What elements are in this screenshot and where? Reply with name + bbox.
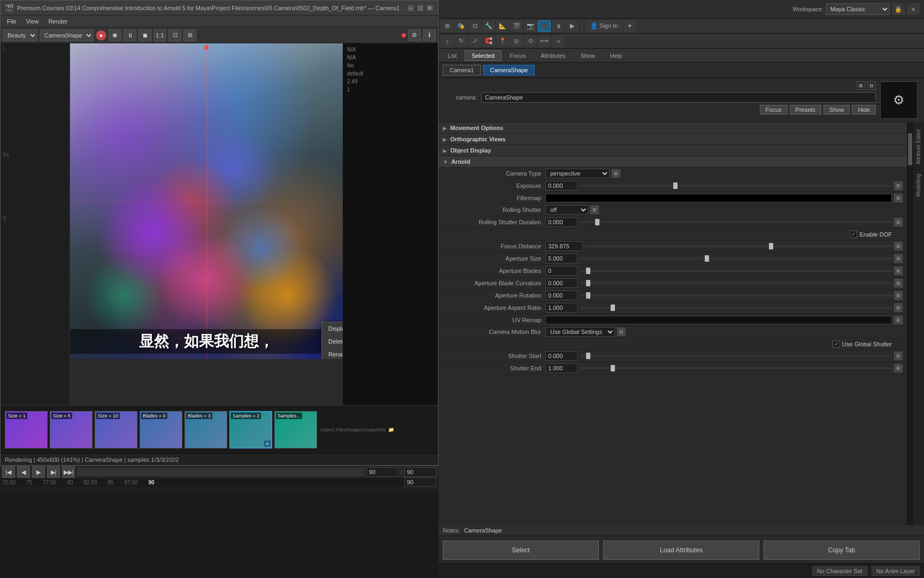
workspace-lock-btn[interactable]: 🔒: [892, 3, 905, 15]
maya-icon-2[interactable]: 🎭: [455, 20, 467, 32]
attr-scrollbar-track[interactable]: [907, 123, 912, 525]
icon-snap2[interactable]: 📍: [496, 35, 509, 47]
aperture-size-rand[interactable]: ⊞: [894, 254, 903, 263]
aperture-rotation-rand[interactable]: ⊞: [894, 291, 903, 300]
camera1-tab[interactable]: Camera1: [443, 65, 481, 75]
focus-distance-slider[interactable]: [585, 245, 892, 247]
select-button[interactable]: Select: [443, 541, 599, 560]
shutter-end-slider[interactable]: [580, 367, 892, 369]
camera-type-rand-btn[interactable]: ⊞: [612, 169, 620, 178]
shutter-end-input[interactable]: [545, 363, 578, 373]
icon-snap[interactable]: 🧲: [482, 35, 495, 47]
info-button[interactable]: ℹ: [423, 29, 436, 41]
tab-selected[interactable]: Selected: [465, 50, 502, 61]
show-btn[interactable]: Show: [823, 105, 850, 115]
context-delete-snapshot[interactable]: Delete Snapshot (Del): [322, 335, 343, 348]
aperture-rotation-input[interactable]: [545, 291, 578, 300]
exposure-slider[interactable]: [580, 185, 892, 187]
pause-button[interactable]: ⏸: [124, 29, 136, 41]
hide-btn[interactable]: Hide: [852, 105, 876, 115]
filtermap-rand-btn[interactable]: ⊞: [894, 194, 903, 202]
timeline-frame-input[interactable]: [404, 477, 436, 487]
timeline-start-btn[interactable]: |◀: [2, 466, 15, 478]
maya-icon-9[interactable]: ▶: [566, 20, 579, 32]
uv-remap-rand[interactable]: ⊞: [894, 316, 903, 324]
workspace-menu-btn[interactable]: ≡: [907, 3, 920, 15]
minimize-button[interactable]: ─: [407, 4, 414, 12]
tab-show[interactable]: Show: [573, 50, 602, 61]
maya-icon-1[interactable]: ⊞: [441, 20, 453, 32]
aperture-blade-curv-slider[interactable]: [580, 282, 892, 284]
section-object-display[interactable]: ▶ Object Display: [438, 145, 907, 156]
maya-icon-camera-active[interactable]: 🎥: [538, 20, 551, 32]
camera-value-display[interactable]: CameraShape: [481, 92, 876, 103]
snapshot-blades0[interactable]: Blades = 0: [140, 411, 182, 448]
exposure-rand-btn[interactable]: ⊞: [894, 181, 903, 190]
menu-render[interactable]: Render: [44, 17, 72, 26]
section-arnold[interactable]: ▼ Arnold: [438, 156, 907, 168]
sign-in-btn[interactable]: 👤 Sign In: [586, 20, 622, 32]
snapshot-size5[interactable]: Size = 5: [50, 411, 93, 448]
rolling-shutter-dur-rand[interactable]: ⊞: [894, 218, 903, 226]
beauty-mode-select[interactable]: Beauty: [3, 29, 37, 41]
rolling-shutter-dur-input[interactable]: [545, 217, 578, 227]
timeline-end-btn[interactable]: ▶▶|: [62, 466, 75, 478]
aperture-size-input[interactable]: [545, 254, 578, 263]
aperture-blades-rand[interactable]: ⊞: [894, 267, 903, 275]
snapshot-size1[interactable]: Size = 1: [5, 411, 48, 448]
icon-soft[interactable]: ≈: [552, 35, 565, 47]
shutter-end-handle[interactable]: [611, 365, 615, 371]
fit-button[interactable]: ⊡: [168, 29, 181, 41]
snapshot-blades3[interactable]: Blades = 3: [184, 411, 227, 448]
rolling-shutter-rand-btn[interactable]: ⊞: [590, 206, 599, 214]
rolling-shutter-select[interactable]: off: [545, 205, 588, 215]
settings-button[interactable]: ⚙: [408, 29, 421, 41]
icon-transform[interactable]: ↕: [441, 35, 453, 47]
maya-icon-5[interactable]: 📐: [496, 20, 509, 32]
focus-distance-rand[interactable]: ⊞: [894, 242, 903, 250]
tab-focus[interactable]: Focus: [503, 50, 533, 61]
shutter-start-rand[interactable]: ⊞: [894, 352, 903, 360]
close-button[interactable]: ✕: [426, 4, 434, 12]
ipr-button[interactable]: ◉: [109, 29, 121, 41]
section-orthographic-views[interactable]: ▶ Orthographic Views: [438, 134, 907, 145]
icon-scale[interactable]: ⤢: [468, 35, 481, 47]
aperture-size-slider[interactable]: [580, 257, 892, 260]
stop-button[interactable]: ⏹: [138, 29, 151, 41]
shutter-start-input[interactable]: [545, 351, 578, 361]
maya-icon-6[interactable]: 🎬: [510, 20, 523, 32]
focus-distance-input[interactable]: [545, 241, 583, 251]
context-rename-snapshot[interactable]: Rename Snapshot (F2): [322, 348, 343, 359]
camera-motion-blur-rand[interactable]: ⊞: [617, 328, 626, 336]
aperture-aspect-rand[interactable]: ⊞: [894, 303, 903, 312]
use-global-shutter-checkbox[interactable]: ✓: [833, 340, 840, 348]
icon-sym[interactable]: ⟺: [538, 35, 551, 47]
tab-attributes[interactable]: Attributes: [534, 50, 572, 61]
context-display-snapshot[interactable]: Display Snapshot (Enter): [322, 322, 343, 335]
copy-tab-button[interactable]: Copy Tab: [764, 541, 920, 560]
collapse-icon[interactable]: ⊟: [867, 81, 876, 90]
snapshot-samplesmore[interactable]: Samples...: [274, 411, 317, 448]
camera-type-select[interactable]: perspective: [545, 169, 610, 178]
enable-dof-checkbox[interactable]: ✓: [850, 231, 857, 238]
maya-icon-8[interactable]: ⏸: [552, 20, 565, 32]
tab-list[interactable]: List: [441, 50, 464, 61]
timeline-prev-btn[interactable]: ◀: [17, 466, 30, 478]
rolling-shutter-dur-slider[interactable]: [580, 221, 892, 223]
timeline-current-frame[interactable]: [366, 467, 398, 477]
aperture-blades-input[interactable]: [545, 266, 578, 276]
grid-button[interactable]: ⊞: [183, 29, 196, 41]
timeline-track[interactable]: [77, 468, 364, 476]
shutter-start-slider[interactable]: [580, 355, 892, 357]
icon-rotate[interactable]: ↻: [455, 35, 467, 47]
aperture-aspect-slider[interactable]: [580, 307, 892, 309]
aperture-blades-handle[interactable]: [586, 268, 590, 274]
no-anim-layer[interactable]: No Anim Layer: [872, 566, 920, 576]
maya-icon-4[interactable]: 🔧: [482, 20, 495, 32]
focus-distance-handle[interactable]: [769, 243, 773, 249]
aperture-blade-curv-rand[interactable]: ⊞: [894, 279, 903, 287]
aperture-aspect-input[interactable]: [545, 303, 578, 313]
icon-snap3[interactable]: ◎: [510, 35, 523, 47]
timeline-play-btn[interactable]: ▶: [32, 466, 45, 478]
tab-help[interactable]: Help: [603, 50, 629, 61]
